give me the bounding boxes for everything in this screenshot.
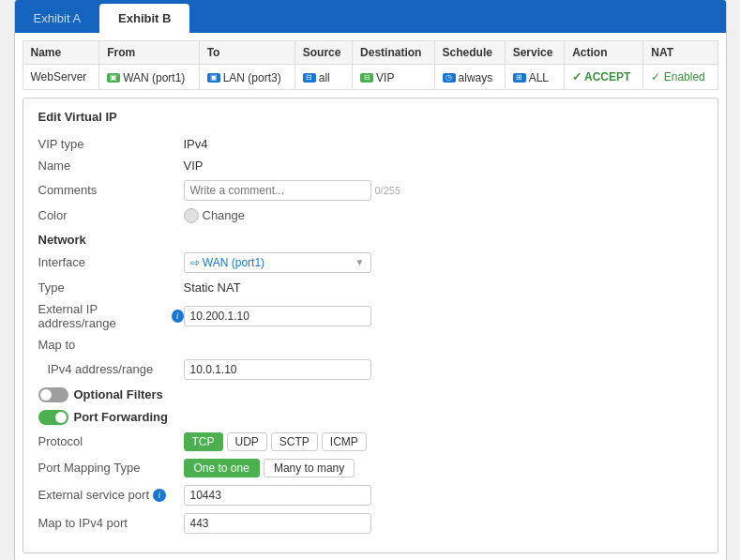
proto-sctp-button[interactable]: SCTP: [271, 432, 318, 451]
col-header-nat: NAT: [643, 40, 717, 64]
interface-row: Interface ⇨ WAN (port1) ▼: [38, 252, 702, 273]
cell-schedule: ◷ always: [434, 64, 505, 89]
proto-icmp-button[interactable]: ICMP: [322, 432, 367, 451]
name-value: VIP: [184, 159, 204, 173]
comments-count: 0/255: [375, 185, 401, 196]
ext-port-row: External service port i: [38, 485, 702, 506]
chevron-down-icon: ▼: [355, 257, 365, 267]
tab-exhibit-b[interactable]: Exhibit B: [99, 4, 189, 33]
mapping-type-label: Port Mapping Type: [38, 461, 184, 475]
map-to-row: Map to: [38, 338, 702, 352]
wan-icon: ▣: [107, 73, 120, 83]
service-icon: ⊞: [513, 73, 526, 83]
cell-action: ✓ ACCEPT: [565, 64, 643, 89]
schedule-icon: ◷: [443, 73, 456, 83]
ext-port-label: External service port i: [38, 488, 184, 502]
protocol-row: Protocol TCP UDP SCTP ICMP: [38, 432, 702, 451]
port-forwarding-track: [38, 410, 68, 425]
cell-name: WebServer: [23, 64, 99, 89]
ext-port-info-icon[interactable]: i: [153, 489, 166, 502]
proto-udp-button[interactable]: UDP: [227, 432, 267, 451]
edit-panel-title: Edit Virtual IP: [38, 110, 702, 124]
tabs-bar: Exhibit A Exhibit B: [15, 0, 726, 33]
policy-table: Name From To Source Destination Schedule…: [23, 40, 718, 90]
mapping-buttons: One to one Many to many: [184, 459, 355, 477]
interface-label: Interface: [38, 255, 184, 269]
name-label: Name: [38, 159, 184, 173]
ipv4-range-label: IPv4 address/range: [38, 362, 184, 376]
map-many-to-many-button[interactable]: Many to many: [264, 459, 355, 477]
map-port-label: Map to IPv4 port: [38, 516, 184, 530]
mapping-type-row: Port Mapping Type One to one Many to man…: [38, 459, 702, 477]
map-one-to-one-button[interactable]: One to one: [184, 459, 260, 477]
color-label: Color: [38, 208, 184, 222]
port-forwarding-toggle[interactable]: Port Forwarding: [38, 410, 168, 425]
source-icon: ⊟: [303, 73, 316, 83]
tab-exhibit-a[interactable]: Exhibit A: [15, 4, 100, 33]
ext-ip-info-icon[interactable]: i: [172, 310, 184, 323]
optional-filters-track: [38, 387, 68, 402]
comments-input[interactable]: [184, 180, 371, 201]
main-container: Exhibit A Exhibit B Name From To Source …: [14, 0, 727, 560]
name-row: Name VIP: [38, 159, 702, 173]
cell-source: ⊟ all: [294, 64, 352, 89]
ext-ip-label: External IP address/range i: [38, 302, 184, 330]
accept-icon: ✓: [572, 70, 584, 83]
network-section-title: Network: [38, 233, 702, 247]
protocol-buttons: TCP UDP SCTP ICMP: [184, 432, 367, 451]
ipv4-range-input[interactable]: [184, 359, 371, 380]
ipv4-range-row: IPv4 address/range: [38, 359, 702, 380]
col-header-source: Source: [294, 40, 352, 64]
proto-tcp-button[interactable]: TCP: [184, 432, 223, 451]
enabled-icon: ✓: [651, 70, 663, 83]
comments-label: Comments: [38, 183, 184, 197]
optional-filters-toggle[interactable]: Optional Filters: [38, 387, 163, 402]
protocol-label: Protocol: [38, 434, 184, 448]
map-port-input[interactable]: [184, 513, 371, 534]
color-swatch: [184, 208, 199, 223]
interface-value: WAN (port1): [203, 256, 264, 269]
comments-row: Comments 0/255: [38, 180, 702, 201]
wan-arrow-icon: ⇨: [190, 256, 203, 269]
optional-filters-row: Optional Filters: [38, 387, 702, 402]
policy-table-container: Name From To Source Destination Schedule…: [15, 33, 726, 90]
color-change-button[interactable]: Change: [184, 208, 246, 223]
optional-filters-thumb: [40, 389, 52, 401]
vip-type-row: VIP type IPv4: [38, 137, 702, 151]
lan-icon: ▣: [207, 73, 220, 83]
port-forwarding-label: Port Forwarding: [74, 410, 168, 424]
ext-port-input[interactable]: [184, 485, 371, 506]
type-row: Type Static NAT: [38, 280, 702, 295]
port-forwarding-row: Port Forwarding: [38, 410, 702, 425]
optional-filters-label: Optional Filters: [74, 387, 163, 401]
ext-ip-row: External IP address/range i: [38, 302, 702, 330]
map-port-row: Map to IPv4 port: [38, 513, 702, 534]
col-header-action: Action: [565, 40, 643, 64]
cell-destination: ⊟ VIP: [353, 64, 435, 89]
ext-ip-input[interactable]: [184, 306, 371, 326]
color-row: Color Change: [38, 208, 702, 223]
interface-select[interactable]: ⇨ WAN (port1) ▼: [184, 252, 371, 273]
vip-type-label: VIP type: [38, 137, 184, 151]
type-label: Type: [38, 280, 184, 295]
col-header-from: From: [99, 40, 200, 64]
color-change-label: Change: [203, 208, 246, 222]
col-header-service: Service: [505, 40, 564, 64]
map-to-label: Map to: [38, 338, 184, 352]
port-forwarding-thumb: [55, 412, 67, 423]
cell-service: ⊞ ALL: [505, 64, 564, 89]
table-row[interactable]: WebServer ▣ WAN (port1) ▣ LAN (port3): [23, 64, 717, 89]
cell-nat: ✓ Enabled: [643, 64, 717, 89]
col-header-to: To: [199, 40, 294, 64]
cell-to: ▣ LAN (port3): [199, 64, 294, 89]
vip-type-value: IPv4: [184, 137, 208, 151]
col-header-destination: Destination: [353, 40, 435, 64]
edit-panel: Edit Virtual IP VIP type IPv4 Name VIP C…: [23, 98, 718, 553]
dest-icon: ⊟: [360, 73, 373, 83]
col-header-name: Name: [23, 40, 99, 64]
cell-from: ▣ WAN (port1): [99, 64, 200, 89]
type-value: Static NAT: [184, 280, 241, 295]
col-header-schedule: Schedule: [434, 40, 505, 64]
